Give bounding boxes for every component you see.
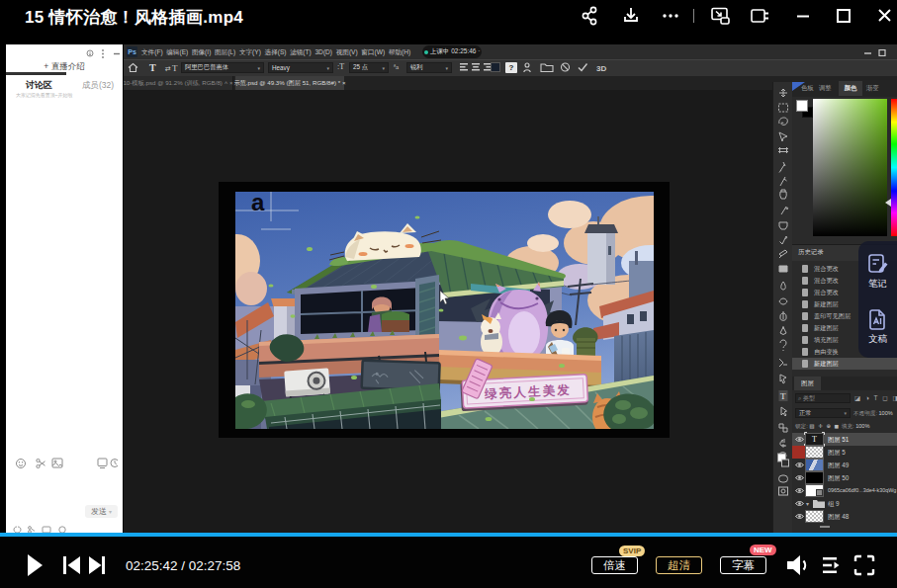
svg-text:3D: 3D [596, 64, 606, 73]
svg-text:T: T [172, 63, 178, 73]
svg-text:T: T [780, 391, 786, 401]
svg-text:a: a [251, 189, 265, 215]
svg-text:T: T [149, 62, 156, 73]
svg-text:⇄: ⇄ [165, 65, 171, 72]
